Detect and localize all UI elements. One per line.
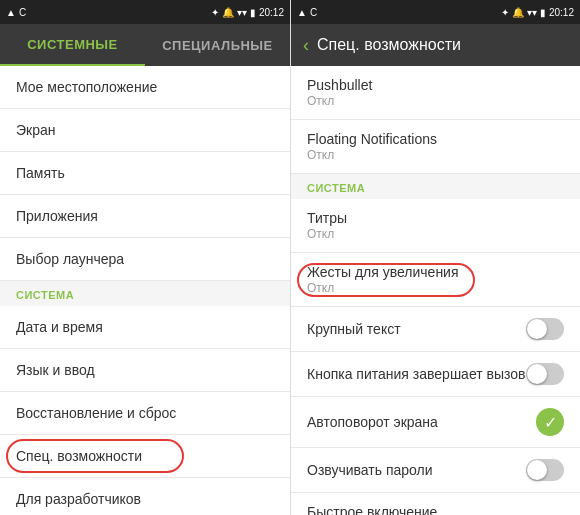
left-tabs-bar: СИСТЕМНЫЕ СПЕЦИАЛЬНЫЕ <box>0 24 290 66</box>
large-text-title: Крупный текст <box>307 321 526 337</box>
tab-system[interactable]: СИСТЕМНЫЕ <box>0 24 145 66</box>
large-text-toggle[interactable] <box>526 318 564 340</box>
wifi-icon: ▾▾ <box>237 7 247 18</box>
triangle-icon: ▲ <box>6 7 16 18</box>
left-status-icons-left: ▲ C <box>6 7 26 18</box>
section-label-system: СИСТЕМА <box>0 281 290 306</box>
menu-item-screen[interactable]: Экран <box>0 109 290 152</box>
c-icon: C <box>19 7 26 18</box>
captions-title: Титры <box>307 210 564 226</box>
settings-item-gestures[interactable]: Жесты для увеличения Откл <box>291 253 580 307</box>
gestures-title: Жесты для увеличения <box>307 264 564 280</box>
left-time: 20:12 <box>259 7 284 18</box>
menu-item-datetime[interactable]: Дата и время <box>0 306 290 349</box>
power-button-toggle[interactable] <box>526 363 564 385</box>
right-wifi-icon: ▾▾ <box>527 7 537 18</box>
bluetooth-icon: ✦ <box>211 7 219 18</box>
battery-icon: ▮ <box>250 7 256 18</box>
speak-passwords-title: Озвучивать пароли <box>307 462 526 478</box>
right-notification-icon: 🔔 <box>512 7 524 18</box>
settings-list: Pushbullet Откл Floating Notifications О… <box>291 66 580 515</box>
menu-item-restore[interactable]: Восстановление и сброс <box>0 392 290 435</box>
floating-notifications-subtitle: Откл <box>307 148 564 162</box>
left-menu-list: Мое местоположение Экран Память Приложен… <box>0 66 290 515</box>
settings-item-speak-passwords[interactable]: Озвучивать пароли <box>291 448 580 493</box>
speak-passwords-toggle[interactable] <box>526 459 564 481</box>
right-status-bar: ▲ C ✦ 🔔 ▾▾ ▮ 20:12 <box>291 0 580 24</box>
right-title: Спец. возможности <box>317 36 461 54</box>
menu-item-language[interactable]: Язык и ввод <box>0 349 290 392</box>
menu-item-memory[interactable]: Память <box>0 152 290 195</box>
right-panel: ▲ C ✦ 🔔 ▾▾ ▮ 20:12 ‹ Спец. возможности P… <box>290 0 580 515</box>
autorotate-title: Автоповорот экрана <box>307 414 536 430</box>
settings-item-quick-boot[interactable]: Быстрое включение Откл <box>291 493 580 515</box>
quick-boot-title: Быстрое включение <box>307 504 564 515</box>
menu-item-developer[interactable]: Для разработчиков <box>0 478 290 515</box>
settings-item-captions[interactable]: Титры Откл <box>291 199 580 253</box>
right-status-icons-right: ✦ 🔔 ▾▾ ▮ 20:12 <box>501 7 574 18</box>
notification-icon: 🔔 <box>222 7 234 18</box>
menu-item-launcher[interactable]: Выбор лаунчера <box>0 238 290 281</box>
settings-item-floating-notifications[interactable]: Floating Notifications Откл <box>291 120 580 174</box>
left-panel: ▲ C ✦ 🔔 ▾▾ ▮ 20:12 СИСТЕМНЫЕ СПЕЦИАЛЬНЫЕ… <box>0 0 290 515</box>
settings-item-autorotate[interactable]: Автоповорот экрана ✓ <box>291 397 580 448</box>
menu-item-location[interactable]: Мое местоположение <box>0 66 290 109</box>
right-battery-icon: ▮ <box>540 7 546 18</box>
left-status-bar: ▲ C ✦ 🔔 ▾▾ ▮ 20:12 <box>0 0 290 24</box>
power-button-title: Кнопка питания завершает вызов <box>307 366 526 382</box>
pushbullet-subtitle: Откл <box>307 94 564 108</box>
back-button[interactable]: ‹ <box>303 35 309 56</box>
right-title-bar: ‹ Спец. возможности <box>291 24 580 66</box>
right-triangle-icon: ▲ <box>297 7 307 18</box>
right-bluetooth-icon: ✦ <box>501 7 509 18</box>
menu-item-accessibility[interactable]: Спец. возможности <box>0 435 290 478</box>
floating-notifications-title: Floating Notifications <box>307 131 564 147</box>
right-time: 20:12 <box>549 7 574 18</box>
tab-special[interactable]: СПЕЦИАЛЬНЫЕ <box>145 24 290 66</box>
autorotate-check[interactable]: ✓ <box>536 408 564 436</box>
settings-item-pushbullet[interactable]: Pushbullet Откл <box>291 66 580 120</box>
pushbullet-title: Pushbullet <box>307 77 564 93</box>
gestures-subtitle: Откл <box>307 281 564 295</box>
right-status-icons-left: ▲ C <box>297 7 317 18</box>
settings-item-large-text[interactable]: Крупный текст <box>291 307 580 352</box>
left-status-icons-right: ✦ 🔔 ▾▾ ▮ 20:12 <box>211 7 284 18</box>
menu-item-apps[interactable]: Приложения <box>0 195 290 238</box>
settings-item-power-button[interactable]: Кнопка питания завершает вызов <box>291 352 580 397</box>
settings-section-sistema: СИСТЕМА <box>291 174 580 199</box>
captions-subtitle: Откл <box>307 227 564 241</box>
right-c-icon: C <box>310 7 317 18</box>
